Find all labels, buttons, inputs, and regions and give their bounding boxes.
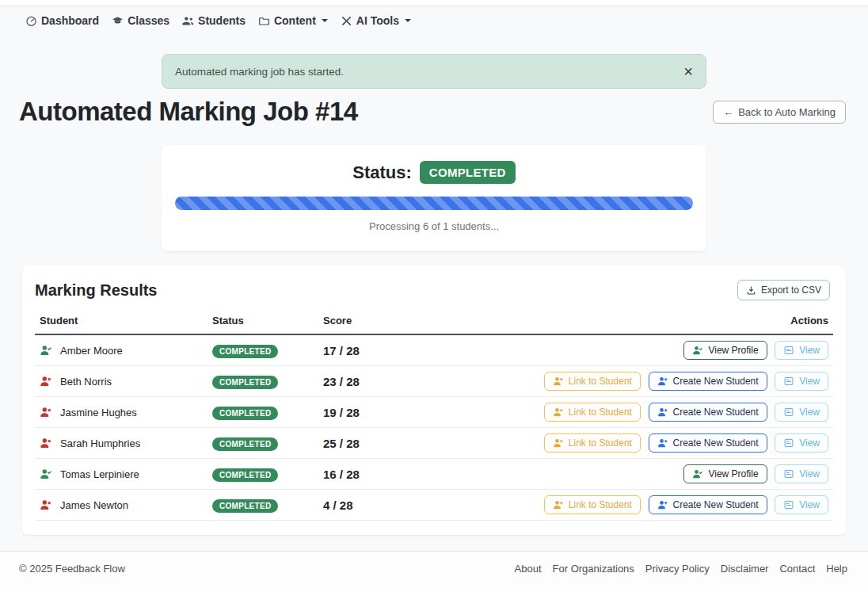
status-badge: COMPLETED xyxy=(212,345,278,358)
score: 19 / 28 xyxy=(318,397,429,428)
folder-icon xyxy=(258,15,270,27)
nav-ai-tools[interactable]: AI Tools xyxy=(341,14,411,27)
speedometer-icon xyxy=(25,15,37,27)
link-to-student-button[interactable]: Link to Student xyxy=(544,433,641,453)
score: 25 / 28 xyxy=(318,428,429,459)
card-text-icon xyxy=(783,376,794,387)
person-plus-icon xyxy=(657,437,668,449)
footer-link-contact[interactable]: Contact xyxy=(779,563,815,575)
footer-link-help[interactable]: Help xyxy=(826,563,847,575)
column-status: Status xyxy=(207,310,318,334)
view-profile-button[interactable]: View Profile xyxy=(683,341,767,360)
nav-label: AI Tools xyxy=(356,14,399,27)
table-row: Tomas Lerpiniere COMPLETED 16 / 28 View … xyxy=(35,459,833,490)
person-x-icon xyxy=(40,406,52,418)
nav-label: Students xyxy=(198,14,246,27)
export-csv-button[interactable]: Export to CSV xyxy=(737,280,830,300)
person-plus-icon xyxy=(553,407,564,418)
create-new-student-button[interactable]: Create New Student xyxy=(649,495,767,514)
view-button[interactable]: View xyxy=(775,341,828,360)
status-badge: COMPLETED xyxy=(212,499,278,513)
status-badge: COMPLETED xyxy=(212,407,278,420)
view-button[interactable]: View xyxy=(775,464,828,483)
navbar: Dashboard Classes Students Content AI xyxy=(0,6,868,35)
person-check-icon xyxy=(692,345,703,356)
table-header-row: Student Status Score Actions xyxy=(35,310,833,334)
person-plus-icon xyxy=(657,407,668,418)
nav-content[interactable]: Content xyxy=(258,14,328,27)
people-icon xyxy=(182,15,194,27)
student-name: James Newton xyxy=(60,499,128,511)
status-badge: COMPLETED xyxy=(212,437,278,451)
card-text-icon xyxy=(783,499,794,510)
table-row: Sarah Humphries COMPLETED 25 / 28 Link t… xyxy=(35,428,833,459)
table-row: Beth Norris COMPLETED 23 / 28 Link to St… xyxy=(35,366,833,397)
create-new-student-button[interactable]: Create New Student xyxy=(649,372,767,391)
footer-link-disclaimer[interactable]: Disclaimer xyxy=(721,563,769,575)
column-score: Score xyxy=(318,310,429,334)
student-name: Tomas Lerpiniere xyxy=(60,468,139,480)
view-profile-button[interactable]: View Profile xyxy=(683,464,767,483)
column-actions: Actions xyxy=(429,310,833,334)
view-button[interactable]: View xyxy=(775,433,828,453)
person-plus-icon xyxy=(657,499,668,510)
arrow-left-icon: ← xyxy=(723,106,733,118)
mortarboard-icon xyxy=(112,15,124,27)
link-to-student-button[interactable]: Link to Student xyxy=(544,372,641,391)
score: 23 / 28 xyxy=(318,366,429,397)
tools-icon xyxy=(341,15,352,27)
page: Dashboard Classes Students Content AI xyxy=(0,0,868,592)
page-title: Automated Marking Job #14 xyxy=(19,97,358,127)
status-card: Status: COMPLETED Processing 6 of 1 stud… xyxy=(162,145,706,251)
view-button[interactable]: View xyxy=(775,372,828,391)
table-row: James Newton COMPLETED 4 / 28 Link to St… xyxy=(35,490,833,521)
card-text-icon xyxy=(783,407,794,418)
student-name: Sarah Humphries xyxy=(60,437,140,449)
nav-classes[interactable]: Classes xyxy=(112,14,169,27)
footer-link-for-organizations[interactable]: For Organizations xyxy=(553,563,634,575)
progress-bar xyxy=(175,197,693,210)
score: 4 / 28 xyxy=(318,490,429,521)
score: 16 / 28 xyxy=(318,459,429,490)
person-plus-icon xyxy=(553,499,564,510)
footer: © 2025 Feedback Flow About For Organizat… xyxy=(0,551,868,592)
nav-students[interactable]: Students xyxy=(182,14,246,27)
footer-link-about[interactable]: About xyxy=(515,563,542,575)
marking-results-card: Marking Results Export to CSV Student St… xyxy=(22,265,846,535)
export-button-label: Export to CSV xyxy=(761,285,821,296)
back-to-auto-marking-button[interactable]: ← Back to Auto Marking xyxy=(713,101,846,124)
person-x-icon xyxy=(40,375,52,388)
nav-dashboard[interactable]: Dashboard xyxy=(25,14,99,27)
view-button[interactable]: View xyxy=(775,403,828,422)
top-divider xyxy=(0,0,868,6)
student-name: Jasmine Hughes xyxy=(60,407,137,418)
chevron-down-icon xyxy=(405,19,411,22)
results-title: Marking Results xyxy=(35,281,157,300)
nav-label: Content xyxy=(274,14,316,27)
person-plus-icon xyxy=(553,376,564,387)
person-plus-icon xyxy=(553,437,564,449)
results-table: Student Status Score Actions Amber Moore… xyxy=(35,310,833,521)
nav-label: Dashboard xyxy=(41,14,99,27)
view-button[interactable]: View xyxy=(775,495,828,514)
create-new-student-button[interactable]: Create New Student xyxy=(649,433,767,453)
person-check-icon xyxy=(40,468,52,480)
card-text-icon xyxy=(783,468,794,479)
status-badge: COMPLETED xyxy=(420,161,516,184)
create-new-student-button[interactable]: Create New Student xyxy=(649,403,767,422)
copyright: © 2025 Feedback Flow xyxy=(19,563,125,575)
status-badge: COMPLETED xyxy=(212,376,278,389)
person-check-icon xyxy=(40,344,52,357)
close-icon[interactable]: × xyxy=(683,63,693,79)
progress-caption: Processing 6 of 1 students... xyxy=(162,220,706,232)
alert-message: Automated marking job has started. xyxy=(175,66,344,78)
footer-link-privacy-policy[interactable]: Privacy Policy xyxy=(645,563,710,575)
student-name: Amber Moore xyxy=(60,345,123,357)
page-header: Automated Marking Job #14 ← Back to Auto… xyxy=(19,97,846,127)
link-to-student-button[interactable]: Link to Student xyxy=(544,495,641,514)
person-check-icon xyxy=(692,468,703,479)
table-row: Amber Moore COMPLETED 17 / 28 View Profi… xyxy=(35,334,833,366)
footer-links: About For Organizations Privacy Policy D… xyxy=(515,563,847,575)
card-text-icon xyxy=(783,345,794,356)
link-to-student-button[interactable]: Link to Student xyxy=(544,403,641,422)
